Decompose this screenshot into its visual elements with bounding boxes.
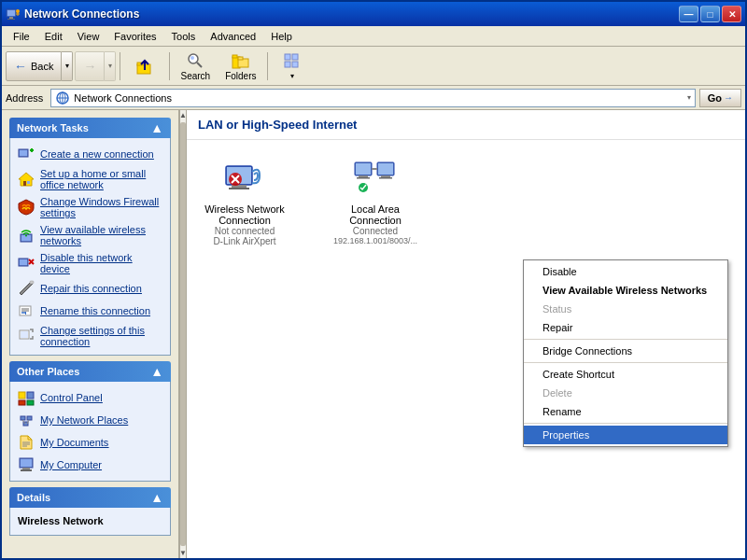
scroll-up-arrow[interactable]: ▲: [179, 110, 187, 120]
svg-rect-57: [22, 468, 30, 469]
wireless-connection-icon[interactable]: Wireless Network Connection Not connecte…: [198, 151, 291, 250]
firewall-icon: [18, 199, 35, 216]
svg-rect-48: [27, 416, 32, 420]
back-label: Back: [31, 61, 53, 72]
network-tasks-label: Network Tasks: [17, 122, 89, 133]
details-subtitle: Wireless Network: [14, 513, 166, 528]
svg-rect-32: [20, 259, 27, 265]
wireless-connection-device: D-Link AirXpert: [213, 236, 275, 246]
menu-favorites[interactable]: Favorites: [106, 29, 163, 44]
ctx-bridge[interactable]: Bridge Connections: [524, 342, 727, 360]
ctx-view-wireless[interactable]: View Available Wireless Networks: [524, 281, 727, 300]
ctx-properties[interactable]: Properties: [524, 426, 727, 444]
firewall-link[interactable]: Change Windows Firewall settings: [14, 194, 166, 220]
forward-button-group: → ▾: [75, 51, 116, 81]
my-computer-label: My Computer: [40, 459, 102, 470]
svg-rect-13: [238, 57, 243, 60]
ctx-sep-2: [524, 362, 727, 363]
folders-icon: [232, 51, 250, 70]
details-label: Details: [17, 492, 50, 503]
control-panel-icon: [18, 389, 35, 406]
context-menu: Disable View Available Wireless Networks…: [523, 259, 728, 447]
network-tasks-header[interactable]: Network Tasks ▲: [9, 118, 171, 138]
svg-rect-40: [25, 312, 26, 315]
maximize-button[interactable]: □: [700, 6, 720, 22]
rename-link[interactable]: Rename this connection: [14, 301, 166, 321]
svg-rect-27: [27, 181, 30, 184]
menu-edit[interactable]: Edit: [37, 29, 70, 44]
disable-link[interactable]: Disable this network device: [14, 250, 166, 276]
views-button[interactable]: ▾: [272, 49, 313, 83]
svg-rect-69: [357, 177, 370, 179]
create-connection-link[interactable]: Create a new connection: [14, 144, 166, 164]
rename-icon: [18, 302, 35, 319]
other-places-header[interactable]: Other Places ▲: [9, 361, 171, 382]
toolbar-separator-1: [120, 52, 120, 80]
wireless-link[interactable]: View available wireless networks: [14, 222, 166, 248]
other-places-collapse-icon: ▲: [150, 365, 163, 378]
folders-button[interactable]: Folders: [218, 49, 262, 83]
close-button[interactable]: ✕: [722, 6, 741, 22]
back-button[interactable]: ← Back: [6, 51, 62, 81]
forward-button[interactable]: →: [75, 51, 105, 81]
svg-rect-11: [233, 55, 237, 58]
svg-rect-46: [27, 400, 34, 405]
address-input-wrap: Network Connections ▾: [50, 89, 695, 107]
svg-point-9: [190, 56, 194, 60]
folders-label: Folders: [225, 71, 256, 81]
back-dropdown[interactable]: ▾: [62, 51, 73, 81]
change-settings-label: Change settings of this connection: [40, 325, 162, 347]
minimize-button[interactable]: —: [679, 6, 698, 22]
search-button[interactable]: Search: [174, 49, 217, 83]
search-label: Search: [180, 71, 210, 81]
ctx-rename[interactable]: Rename: [524, 402, 727, 421]
svg-rect-44: [27, 392, 34, 399]
menu-file[interactable]: File: [6, 29, 37, 44]
ctx-shortcut[interactable]: Create Shortcut: [524, 365, 727, 384]
ctx-repair[interactable]: Repair: [524, 318, 727, 337]
change-settings-link[interactable]: Change settings of this connection: [14, 323, 166, 349]
menu-tools[interactable]: Tools: [164, 29, 204, 44]
ctx-sep-1: [524, 339, 727, 340]
address-dropdown-icon[interactable]: ▾: [687, 93, 691, 102]
svg-rect-43: [19, 392, 25, 399]
svg-rect-23: [20, 150, 27, 156]
home-network-label: Set up a home or small office network: [40, 168, 162, 190]
my-computer-link[interactable]: My Computer: [14, 455, 166, 475]
repair-label: Repair this connection: [40, 283, 142, 294]
svg-rect-42: [21, 331, 28, 338]
my-network-link[interactable]: My Network Places: [14, 410, 166, 430]
menu-help[interactable]: Help: [263, 29, 300, 44]
folder-contents: Wireless Network Connection Not connecte…: [187, 140, 745, 261]
home-network-link[interactable]: Set up a home or small office network: [14, 166, 166, 192]
lan-connection-icon[interactable]: Local Area Connection Connected 192.168.…: [329, 151, 422, 249]
go-button[interactable]: Go →: [699, 89, 741, 107]
svg-rect-1: [7, 10, 15, 16]
home-network-icon: [18, 171, 35, 188]
repair-link[interactable]: Repair this connection: [14, 278, 166, 299]
toolbar-separator-3: [267, 52, 268, 80]
up-folder-icon: [135, 57, 154, 76]
my-documents-link[interactable]: My Documents: [14, 432, 166, 453]
rename-label: Rename this connection: [40, 305, 150, 316]
lan-connection-status: Connected: [353, 226, 398, 236]
menu-advanced[interactable]: Advanced: [203, 29, 263, 44]
svg-rect-58: [21, 469, 32, 471]
scroll-down-arrow[interactable]: ▼: [179, 548, 187, 558]
svg-rect-71: [378, 163, 393, 175]
folder-view-header: LAN or High-Speed Internet: [187, 110, 745, 140]
svg-rect-3: [7, 19, 15, 20]
menu-view[interactable]: View: [70, 29, 107, 44]
my-network-label: My Network Places: [40, 414, 128, 426]
ctx-disable[interactable]: Disable: [524, 262, 727, 281]
network-tasks-collapse-icon: ▲: [150, 121, 163, 134]
svg-rect-35: [30, 281, 34, 284]
left-scrollbar[interactable]: ▲ ▼: [179, 110, 187, 558]
control-panel-link[interactable]: Control Panel: [14, 387, 166, 408]
forward-dropdown[interactable]: ▾: [105, 51, 116, 81]
address-value[interactable]: Network Connections: [74, 92, 683, 104]
details-header[interactable]: Details ▲: [9, 487, 171, 508]
up-button[interactable]: [124, 49, 165, 83]
svg-line-8: [197, 63, 202, 67]
details-section: Details ▲ Wireless Network: [9, 487, 171, 536]
